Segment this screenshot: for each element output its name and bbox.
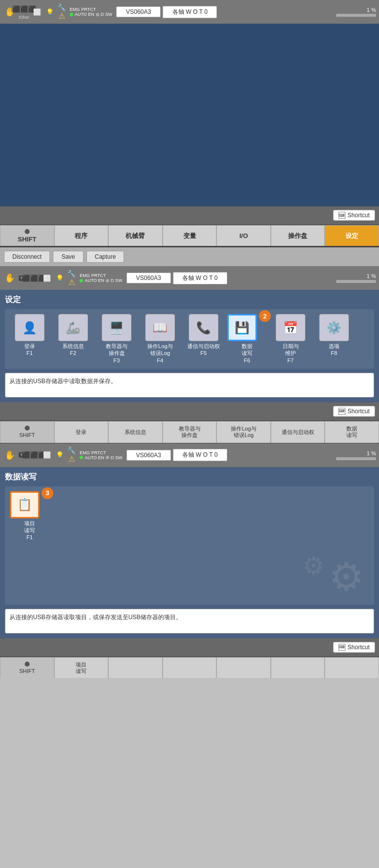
nav-tab2-data[interactable]: 数据读写 (325, 421, 379, 443)
program-label: 程序 (75, 232, 87, 240)
settings-item-comm[interactable]: 📞 通信与启动权F5 (184, 314, 223, 364)
woto-badge3: 各轴 W O T 0 (173, 449, 227, 461)
nav-tab3-project[interactable]: 项目读写 (54, 657, 109, 678)
shift-dot (25, 229, 30, 234)
wrench-warning: 🔧 ⚠ (57, 3, 66, 21)
nav-tab-program[interactable]: 程序 (54, 225, 109, 246)
setting-label: 设定 (345, 232, 358, 240)
percent-wrap3: 1 % (229, 450, 376, 460)
percent-wrap2: 1 % (229, 273, 376, 283)
nav-tab3-shift[interactable]: SHIFT (0, 657, 54, 678)
nav-tab2-shift[interactable]: SHIFT (0, 421, 54, 443)
percent-bar (337, 14, 376, 17)
panel-label: 操作盘 (288, 232, 307, 240)
nav-tab3-t7[interactable] (325, 657, 379, 678)
nav-tab3-t3[interactable] (108, 657, 163, 678)
settings-item-login[interactable]: 👤 登录F1 (10, 314, 49, 364)
disconnect-button[interactable]: Disconnect (4, 251, 50, 263)
emg-prtct-group2: EMG PRTCT AUTO EN D SW (80, 273, 122, 283)
project-icon: 📋 (10, 491, 40, 518)
shortcut-button1[interactable]: ⌨ Shortcut (333, 210, 375, 221)
sysinfo-icon: 🦾 (58, 314, 88, 341)
shortcut-bar1: ⌨ Shortcut (0, 206, 379, 224)
io-label: I/O (239, 232, 248, 239)
log-icon: 📖 (145, 314, 175, 341)
vs-badge2: VS060A3 (126, 273, 171, 283)
settings-item-date[interactable]: 📅 日期与维护F7 (271, 314, 310, 364)
nav-tab3-t4[interactable] (163, 657, 217, 678)
hand-icon2: ✋ (3, 271, 17, 285)
emg-label3: EMG (80, 450, 90, 455)
sub-grid: ⚙ ⚙ 3 📋 项目读写F1 (5, 486, 374, 605)
sub-item-project[interactable]: 3 📋 项目读写F1 (10, 491, 49, 600)
comm-label: 通信与启动权F5 (187, 343, 220, 357)
nav-tab-variable[interactable]: 变量 (163, 225, 217, 246)
date-label: 日期与维护F7 (283, 343, 299, 364)
settings-item-data[interactable]: 2 💾 数据读写F6 (227, 314, 267, 364)
wrench-icon2: 🔧 (67, 270, 76, 277)
settings-item-log[interactable]: 📖 操作Log与错误LogF4 (140, 314, 180, 364)
settings-item-teach[interactable]: 🖥️ 教导器与操作盘F3 (97, 314, 136, 364)
shift-label3: SHIFT (19, 668, 35, 674)
bulb-icon: 💡 (44, 6, 55, 17)
warning-icon3: ⚠ (68, 454, 75, 464)
comm-tab-label: 通信与启动权 (282, 429, 314, 435)
nav-tab3-t6[interactable] (271, 657, 325, 678)
shortcut-button2[interactable]: ⌨ Shortcut (333, 406, 375, 417)
project-tab-label: 项目读写 (76, 662, 86, 674)
percent-bar2 (337, 280, 376, 283)
emg-prtct-group3: EMG PRTCT AUTO EN D SW (80, 450, 122, 460)
teach-label: 教导器与操作盘F3 (106, 343, 127, 364)
shortcut-bar2: ⌨ Shortcut (0, 402, 379, 420)
square-icon3: ⬜ (42, 273, 52, 283)
nav-tabs1: SHIFT 程序 机械臂 变量 I/O 操作盘 设定 (0, 224, 379, 246)
section1: ✋ ⬛⬛⬛ Ether ⬜ 💡 🔧 ⚠ EMG PRTCT AUTO EN D … (0, 0, 379, 246)
log-tab-label: 操作Log与错误Log (231, 426, 256, 438)
nav-tab2-teach[interactable]: 教导器与操作盘 (163, 421, 217, 443)
nav-tab2-sysinfo[interactable]: 系统信息 (108, 421, 163, 443)
toolbar2: ✋ TP ⬛⬛⬛ ⬜ 💡 🔧 ⚠ EMG PRTCT AUTO EN D SW … (0, 266, 379, 290)
woto-badge2: 各轴 W O T 0 (173, 272, 227, 284)
nav-tab-arm[interactable]: 机械臂 (108, 225, 163, 246)
toolbar3: ✋ TP ⬛⬛⬛ ⬜ 💡 🔧 ⚠ EMG PRTCT AUTO EN D SW … (0, 443, 379, 467)
nav-tab-shift1[interactable]: SHIFT (0, 225, 54, 246)
warning-icon: ⚠ (58, 11, 65, 21)
percent-wrap: 1 % (219, 7, 376, 17)
nav-tab2-log[interactable]: 操作Log与错误Log (216, 421, 271, 443)
auto-en-dot2 (80, 279, 83, 282)
nav-tab-io[interactable]: I/O (216, 225, 271, 246)
prtct-label2: PRTCT (91, 273, 106, 278)
ether-icon: ⬛⬛⬛ (19, 4, 30, 15)
nav-tab3-t5[interactable] (216, 657, 271, 678)
nav-tab2-login[interactable]: 登录 (54, 421, 109, 443)
wrench-icon3: 🔧 (67, 446, 76, 454)
settings-item-options[interactable]: ⚙️ 选项F8 (314, 314, 354, 364)
wrench-warning2: 🔧 ⚠ (67, 270, 76, 287)
nav-tab-panel[interactable]: 操作盘 (271, 225, 325, 246)
auto-en-dot3 (80, 456, 83, 459)
data-icon: 💾 (227, 314, 257, 341)
log-label: 操作Log与错误LogF4 (147, 343, 172, 364)
emg-prtct-group: EMG PRTCT AUTO EN D SW (70, 7, 112, 17)
percent-fill3 (337, 457, 337, 460)
shift-dot3 (25, 662, 30, 667)
capture-button[interactable]: Capture (86, 251, 125, 263)
shortcut-label3: Shortcut (347, 644, 370, 651)
wrench-warning3: 🔧 ⚠ (67, 446, 76, 464)
auto-en-label2: AUTO EN (84, 278, 104, 283)
settings-item-sysinfo[interactable]: 🦾 系统信息F2 (53, 314, 93, 364)
shortcut-label1: Shortcut (347, 212, 370, 219)
d-sw-label3: D SW (111, 455, 123, 460)
save-label: Save (61, 253, 75, 260)
shortcut-icon3: ⌨ (338, 644, 345, 651)
ether-status: ⬛⬛⬛ Ether (19, 4, 30, 20)
save-button[interactable]: Save (53, 251, 83, 263)
login-icon: 👤 (15, 314, 44, 341)
shortcut-button3[interactable]: ⌨ Shortcut (333, 642, 375, 653)
nav-tab-setting[interactable]: 设定 (325, 225, 379, 246)
shortcut-bar3: ⌨ Shortcut (0, 638, 379, 656)
toolbar1: ✋ ⬛⬛⬛ Ether ⬜ 💡 🔧 ⚠ EMG PRTCT AUTO EN D … (0, 0, 379, 24)
percent-label3: 1 % (367, 450, 376, 456)
nav-tab2-comm[interactable]: 通信与启动权 (271, 421, 325, 443)
vs-badge: VS060A3 (116, 6, 161, 17)
